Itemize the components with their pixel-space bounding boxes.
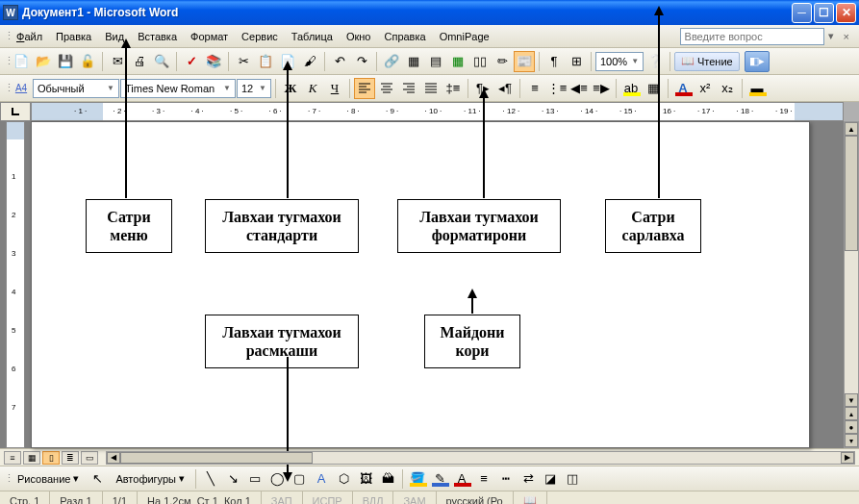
draw-menu-button[interactable]: Рисование ▾ [11, 469, 86, 488]
numbering-button[interactable]: ≡ [524, 78, 545, 99]
vscroll-thumb[interactable] [845, 136, 858, 251]
menu-help[interactable]: Справка [377, 28, 432, 45]
scroll-left-button[interactable]: ◀ [107, 452, 120, 464]
horizontal-scrollbar[interactable]: ◀ ▶ [106, 451, 855, 465]
normal-view-button[interactable]: ≡ [4, 451, 21, 465]
tables-borders-button[interactable]: ▦ [403, 51, 424, 72]
status-spellcheck-icon[interactable]: 📖 [514, 491, 547, 504]
italic-button[interactable]: К [302, 78, 323, 99]
close-button[interactable]: ✕ [836, 3, 856, 23]
open-button[interactable]: 📂 [33, 51, 54, 72]
insert-table-button[interactable]: ▤ [425, 51, 446, 72]
textbox-button[interactable]: ▢ [289, 468, 310, 490]
autoshapes-button[interactable]: Автофигуры ▾ [109, 469, 191, 488]
help-dropdown-icon[interactable]: ▾ [824, 30, 838, 42]
web-view-button[interactable]: ▦ [23, 451, 40, 465]
bullets-button[interactable]: ⋮≡ [546, 78, 568, 99]
status-ext[interactable]: ВДЛ [353, 491, 394, 504]
select-objects-button[interactable]: ↖ [87, 468, 108, 490]
show-grid-button[interactable]: ⊞ [566, 51, 587, 72]
minimize-button[interactable]: ─ [792, 3, 812, 23]
arrow-button[interactable]: ↘ [222, 468, 243, 490]
email-button[interactable]: ✉ [107, 51, 128, 72]
line-style-button[interactable]: ≡ [473, 468, 494, 490]
font-size-combo[interactable]: 12▼ [237, 79, 271, 98]
print-view-button[interactable]: ▯ [42, 451, 60, 465]
align-right-button[interactable] [398, 78, 419, 99]
hscroll-thumb[interactable] [120, 452, 313, 464]
redo-button[interactable]: ↷ [351, 51, 372, 72]
drawing-toolbar-button[interactable]: ✏ [492, 51, 513, 72]
highlight-button[interactable]: ab [620, 78, 642, 99]
cut-button[interactable]: ✂ [233, 51, 254, 72]
vertical-scrollbar[interactable]: ▲ ▼ ▴ ● ▾ [844, 121, 859, 448]
oval-button[interactable]: ◯ [266, 468, 288, 490]
scroll-up-button[interactable]: ▲ [845, 122, 858, 136]
permission-button[interactable]: 🔓 [77, 51, 98, 72]
columns-button[interactable]: ▯▯ [469, 51, 491, 72]
dash-style-button[interactable]: ┅ [495, 468, 517, 490]
superscript-button[interactable]: x² [695, 78, 716, 99]
rtl-button[interactable]: ◂¶ [494, 78, 516, 99]
insert-picture-button[interactable]: 🏔 [377, 468, 398, 490]
styles-pane-button[interactable]: A4 [11, 78, 32, 99]
hyperlink-button[interactable]: 🔗 [381, 51, 402, 72]
shading-button[interactable]: ▬ [746, 78, 768, 99]
prev-page-button[interactable]: ▴ [845, 407, 858, 420]
borders-button[interactable]: ▦ [643, 78, 664, 99]
decrease-indent-button[interactable]: ◀≡ [568, 78, 590, 99]
underline-button[interactable]: Ч [324, 78, 345, 99]
menu-window[interactable]: Окно [340, 28, 378, 45]
status-trk[interactable]: ИСПР [303, 491, 353, 504]
save-button[interactable]: 💾 [55, 51, 76, 72]
tab-selector[interactable] [0, 102, 31, 121]
fill-color-button[interactable]: 🪣 [407, 468, 428, 490]
document-page[interactable]: Сатри меню Лавхаи тугмахои стандарти Лав… [31, 121, 810, 448]
browse-object-button[interactable]: ● [845, 420, 858, 434]
diagram-button[interactable]: ⬡ [333, 468, 354, 490]
menu-omnipage[interactable]: OmniPage [433, 28, 496, 45]
scroll-right-button[interactable]: ▶ [841, 452, 854, 464]
subscript-button[interactable]: x₂ [717, 78, 738, 99]
wordart-button[interactable]: A [311, 468, 332, 490]
task-pane-button[interactable]: ◧▸ [745, 51, 770, 72]
ltr-button[interactable]: ¶▸ [472, 78, 493, 99]
menu-edit[interactable]: Правка [49, 28, 98, 45]
status-ovr[interactable]: ЗАМ [393, 491, 436, 504]
research-button[interactable]: 📚 [203, 51, 224, 72]
close-help-icon[interactable]: × [838, 31, 855, 42]
copy-button[interactable]: 📋 [255, 51, 276, 72]
arrow-style-button[interactable]: ⇄ [518, 468, 539, 490]
align-justify-button[interactable] [420, 78, 442, 99]
font-color-button[interactable]: A [672, 78, 694, 99]
excel-button[interactable]: ▦ [447, 51, 468, 72]
reading-layout-button[interactable]: 📖 Чтение [674, 52, 740, 71]
status-rec[interactable]: ЗАП [262, 491, 303, 504]
3d-button[interactable]: ◫ [562, 468, 583, 490]
zoom-combo[interactable]: 100%▼ [595, 52, 644, 71]
document-map-button[interactable]: 📰 [514, 51, 535, 72]
print-preview-button[interactable]: 🔍 [151, 51, 172, 72]
menu-format[interactable]: Формат [184, 28, 235, 45]
menu-insert[interactable]: Вставка [131, 28, 184, 45]
app-icon[interactable]: W [3, 5, 18, 20]
reading-view-button[interactable]: ▭ [81, 451, 98, 465]
shadow-button[interactable]: ◪ [540, 468, 561, 490]
maximize-button[interactable]: ☐ [814, 3, 834, 23]
undo-button[interactable]: ↶ [329, 51, 350, 72]
format-painter-button[interactable]: 🖌 [299, 51, 320, 72]
spellcheck-button[interactable]: ✓ [181, 51, 202, 72]
rectangle-button[interactable]: ▭ [244, 468, 265, 490]
clipart-button[interactable]: 🖼 [355, 468, 376, 490]
menu-service[interactable]: Сервис [235, 28, 285, 45]
horizontal-ruler[interactable]: · 1 ·· 2 ·· 3 ·· 4 ·· 5 ·· 6 ·· 7 ·· 8 ·… [31, 102, 844, 121]
align-left-button[interactable] [354, 78, 375, 99]
next-page-button[interactable]: ▾ [845, 434, 858, 447]
style-combo[interactable]: Обычный▼ [33, 79, 119, 98]
text-color-button[interactable]: A [451, 468, 472, 490]
line-button[interactable]: ╲ [200, 468, 221, 490]
align-center-button[interactable] [376, 78, 397, 99]
font-combo[interactable]: Times New Roman▼ [120, 79, 236, 98]
increase-indent-button[interactable]: ≡▶ [591, 78, 612, 99]
outline-view-button[interactable]: ≣ [62, 451, 79, 465]
